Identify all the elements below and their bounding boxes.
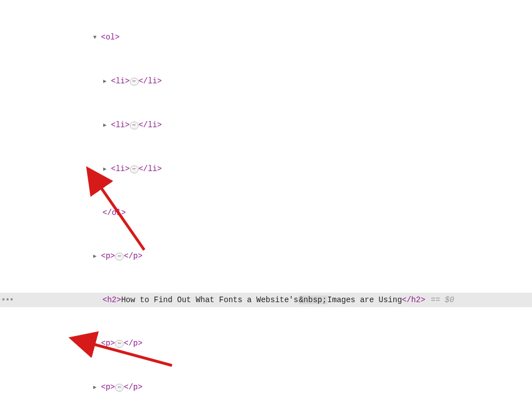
ellipsis-icon[interactable]: ⋯: [130, 166, 139, 173]
ellipsis-icon[interactable]: ⋯: [130, 78, 139, 86]
dom-node-li[interactable]: <li>⋯</li>: [0, 74, 532, 89]
ellipsis-icon[interactable]: ⋯: [115, 384, 124, 392]
dom-node-ol-close[interactable]: </ol>: [0, 206, 532, 220]
dom-node-p[interactable]: <p>⋯</p>: [0, 336, 532, 351]
ellipsis-icon[interactable]: ⋯: [130, 122, 139, 129]
dom-node-ol-open[interactable]: <ol>: [0, 30, 532, 45]
dom-node-p[interactable]: <p>⋯</p>: [0, 249, 532, 264]
dom-node-h2-selected[interactable]: <h2>How to Find Out What Fonts a Website…: [0, 293, 532, 307]
ellipsis-icon[interactable]: ⋯: [115, 253, 124, 260]
dom-node-li[interactable]: <li>⋯</li>: [0, 162, 532, 177]
dom-node-li[interactable]: <li>⋯</li>: [0, 118, 532, 133]
ellipsis-icon[interactable]: ⋯: [115, 340, 124, 348]
dom-tree[interactable]: <ol> <li>⋯</li> <li>⋯</li> <li>⋯</li> </…: [0, 0, 532, 411]
dom-node-p[interactable]: <p>⋯</p>: [0, 380, 532, 395]
eq0-badge: == $0: [431, 295, 454, 304]
